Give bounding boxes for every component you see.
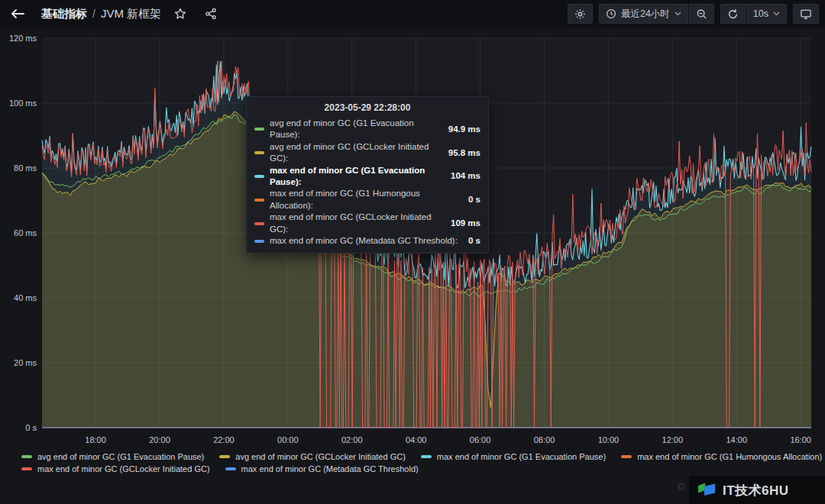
- legend-color-mark: [621, 455, 632, 458]
- series-label: avg end of minor GC (G1 Evacuation Pause…: [270, 118, 439, 141]
- time-range-label: 最近24小时: [621, 8, 670, 21]
- series-value: 94.9 ms: [448, 124, 480, 135]
- series-value: 95.8 ms: [448, 147, 480, 159]
- watermark-text: IT技术6HU: [723, 482, 789, 499]
- dashboard-folder[interactable]: 基础指标: [41, 7, 87, 21]
- legend-item[interactable]: avg end of minor GC (GCLocker Initiated …: [219, 452, 406, 461]
- legend-color-mark: [219, 455, 230, 458]
- top-nav: 基础指标 / JVM 新框架 最近24小时: [0, 0, 825, 27]
- time-picker-group: 最近24小时: [599, 4, 714, 24]
- flag-logo-icon: [697, 481, 717, 499]
- chart-tooltip: 2023-05-29 22:28:00 avg end of minor GC …: [246, 96, 489, 254]
- y-axis-tick-label: 20 ms: [14, 358, 37, 367]
- tooltip-series-row: max end of minor GC (G1 Humongous Alloca…: [254, 188, 480, 212]
- zoom-out-icon: [696, 8, 707, 20]
- chevron-down-icon: [675, 11, 681, 16]
- x-axis-tick-label: 08:00: [534, 435, 555, 444]
- legend-color-mark: [421, 455, 432, 458]
- dashboard-title: JVM 新框架: [101, 7, 161, 21]
- series-color-mark: [254, 128, 264, 131]
- dashboard-settings-button[interactable]: [568, 4, 593, 24]
- breadcrumb-separator: /: [92, 8, 95, 20]
- legend-color-mark: [21, 455, 32, 458]
- arrow-left-icon: [10, 8, 25, 20]
- x-axis-tick-label: 16:00: [790, 435, 811, 444]
- tooltip-timestamp: 2023-05-29 22:28:00: [254, 102, 480, 113]
- tooltip-series-row: max end of minor GC (G1 Evacuation Pause…: [254, 165, 480, 189]
- x-axis-tick-label: 14:00: [726, 435, 747, 444]
- series-value: 104 ms: [451, 170, 480, 182]
- y-axis-tick-label: 40 ms: [14, 293, 37, 302]
- series-color-mark: [254, 240, 264, 243]
- clock-icon: [606, 8, 616, 19]
- y-axis-tick-label: 0 s: [25, 423, 37, 432]
- series-label: max end of minor GC (G1 Humongous Alloca…: [270, 188, 459, 212]
- series-label: avg end of minor GC (GCLocker Initiated …: [270, 141, 439, 165]
- y-axis-tick-label: 100 ms: [9, 99, 37, 108]
- y-axis-tick-label: 60 ms: [14, 228, 37, 237]
- breadcrumb: 基础指标 / JVM 新框架: [41, 7, 161, 21]
- series-label: max end of minor GC (G1 Evacuation Pause…: [270, 165, 442, 189]
- tooltip-series-row: max end of minor GC (GCLocker Initiated …: [254, 212, 480, 235]
- chart-legend: avg end of minor GC (G1 Evacuation Pause…: [21, 452, 816, 477]
- tooltip-rows: avg end of minor GC (G1 Evacuation Pause…: [254, 118, 480, 247]
- refresh-interval-button[interactable]: 10s: [746, 4, 787, 24]
- legend-item[interactable]: max end of minor GC (Metadata GC Thresho…: [225, 464, 419, 473]
- series-label: max end of minor GC (GCLocker Initiated …: [270, 212, 442, 235]
- legend-label: max end of minor GC (GCLocker Initiated …: [37, 464, 210, 473]
- x-axis-tick-label: 02:00: [341, 435, 363, 444]
- x-axis-tick-label: 22:00: [213, 435, 235, 444]
- zoom-out-button[interactable]: [689, 4, 714, 24]
- legend-item[interactable]: max end of minor GC (G1 Humongous Alloca…: [621, 452, 822, 461]
- tooltip-series-row: avg end of minor GC (G1 Evacuation Pause…: [254, 118, 480, 141]
- series-color-mark: [254, 175, 264, 178]
- back-button[interactable]: [6, 4, 29, 24]
- refresh-icon: [727, 8, 739, 20]
- series-color-mark: [254, 199, 264, 202]
- monitor-icon: [800, 8, 812, 20]
- timeseries-panel: 0 s20 ms40 ms60 ms80 ms100 ms120 ms18:00…: [0, 27, 825, 504]
- x-axis-tick-label: 00:00: [277, 435, 299, 444]
- series-color-mark: [254, 151, 264, 154]
- time-range-button[interactable]: 最近24小时: [599, 4, 688, 24]
- x-axis-tick-label: 10:00: [598, 435, 620, 444]
- legend-color-mark: [21, 467, 32, 470]
- tooltip-series-row: avg end of minor GC (GCLocker Initiated …: [254, 141, 480, 165]
- legend-label: max end of minor GC (Metadata GC Thresho…: [241, 464, 419, 473]
- y-axis-tick-label: 80 ms: [14, 163, 37, 173]
- tooltip-series-row: max end of minor GC (Metadata GC Thresho…: [254, 235, 480, 247]
- x-axis-tick-label: 12:00: [662, 435, 684, 444]
- legend-row: avg end of minor GC (G1 Evacuation Pause…: [21, 452, 816, 461]
- star-icon: [174, 8, 186, 20]
- series-value: 109 ms: [451, 218, 480, 229]
- legend-row: max end of minor GC (GCLocker Initiated …: [21, 464, 816, 473]
- legend-label: max end of minor GC (G1 Humongous Alloca…: [637, 452, 822, 461]
- y-axis-tick-label: 120 ms: [9, 34, 37, 43]
- legend-label: max end of minor GC (G1 Evacuation Pause…: [437, 452, 606, 461]
- watermark-logo: IT技术6HU: [689, 477, 825, 504]
- legend-color-mark: [225, 467, 236, 470]
- x-axis-tick-label: 04:00: [406, 435, 427, 444]
- share-icon: [205, 8, 217, 20]
- gear-icon: [574, 8, 586, 20]
- legend-item[interactable]: max end of minor GC (GCLocker Initiated …: [21, 464, 210, 473]
- share-button[interactable]: [199, 4, 222, 24]
- series-color-mark: [254, 222, 264, 225]
- legend-label: avg end of minor GC (G1 Evacuation Pause…: [37, 452, 204, 461]
- series-label: max end of minor GC (Metadata GC Thresho…: [270, 235, 459, 247]
- refresh-button[interactable]: [720, 4, 746, 24]
- x-axis-tick-label: 20:00: [149, 435, 170, 444]
- x-axis-tick-label: 18:00: [85, 435, 106, 444]
- series-value: 0 s: [468, 235, 480, 247]
- favorite-star-button[interactable]: [169, 4, 192, 24]
- x-axis-tick-label: 06:00: [470, 435, 491, 444]
- copyright-symbol: ©: [677, 481, 684, 493]
- tv-mode-button[interactable]: [793, 4, 819, 24]
- legend-item[interactable]: avg end of minor GC (G1 Evacuation Pause…: [21, 452, 204, 461]
- refresh-interval-label: 10s: [753, 8, 768, 19]
- chevron-down-icon: [773, 11, 780, 16]
- refresh-group: 10s: [720, 4, 787, 24]
- legend-label: avg end of minor GC (GCLocker Initiated …: [235, 452, 406, 461]
- legend-item[interactable]: max end of minor GC (G1 Evacuation Pause…: [421, 452, 606, 461]
- series-value: 0 s: [468, 194, 480, 205]
